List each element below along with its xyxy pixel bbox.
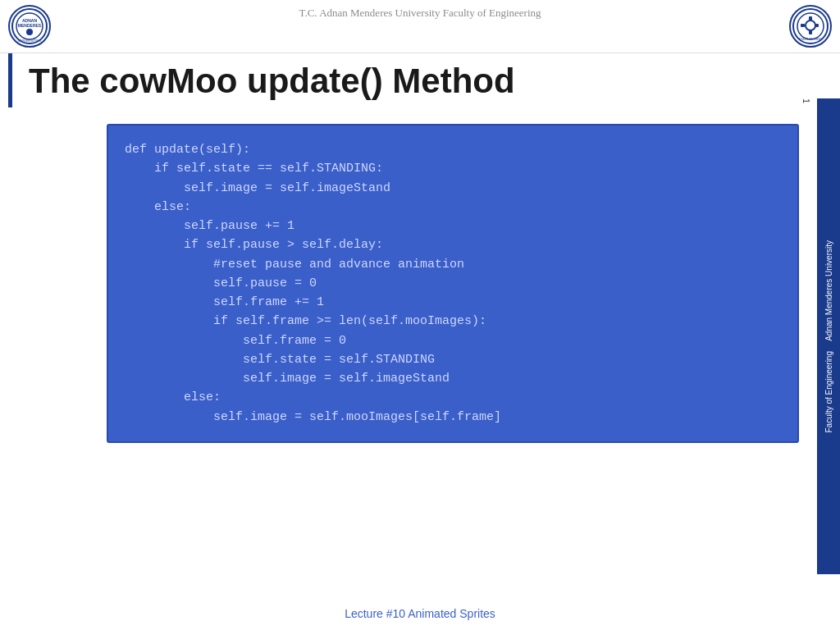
svg-rect-10 (809, 30, 812, 34)
code-line: if self.frame >= len(self.mooImages): (125, 312, 781, 331)
code-line: self.frame = 0 (125, 331, 781, 350)
code-line: self.pause += 1 (125, 217, 781, 235)
svg-text:ENGINEERING: ENGINEERING (799, 37, 822, 41)
code-block: def update(self): if self.state == self.… (125, 140, 781, 427)
svg-point-4 (26, 29, 33, 35)
svg-rect-11 (801, 24, 805, 27)
sidebar-text-1: Adnan Menderes University (824, 240, 833, 341)
code-line: self.pause = 0 (125, 274, 781, 293)
code-line: #reset pause and advance animation (125, 255, 781, 274)
sidebar-text-2: Faculty of Engineering (824, 351, 833, 433)
footer: Lecture #10 Animated Sprites (0, 607, 840, 620)
code-line: self.image = self.mooImages[self.frame] (125, 408, 781, 427)
code-container: def update(self): if self.state == self.… (107, 124, 799, 443)
left-logo: ADNAN MENDERES UNIVERSITIES (8, 5, 51, 48)
code-line: self.state = self.STANDING (125, 350, 781, 369)
code-line: self.frame += 1 (125, 293, 781, 312)
svg-text:MENDERES: MENDERES (18, 23, 42, 28)
code-line: if self.pause > self.delay: (125, 235, 781, 254)
slide-title: The cowMoo update() Method (8, 53, 832, 107)
page-number: 1 (801, 98, 811, 103)
right-sidebar: Adnan Menderes University Faculty of Eng… (817, 98, 840, 574)
svg-text:UNIVERSITIES: UNIVERSITIES (18, 39, 41, 43)
svg-rect-9 (809, 16, 812, 21)
code-line: self.image = self.imageStand (125, 179, 781, 198)
code-line: def update(self): (125, 140, 781, 159)
logos-left: ADNAN MENDERES UNIVERSITIES (8, 5, 51, 48)
header-bar: ADNAN MENDERES UNIVERSITIES T.C. Adnan M… (0, 0, 840, 53)
code-line: else: (125, 198, 781, 217)
code-line: if self.state == self.STANDING: (125, 159, 781, 178)
code-line: else: (125, 388, 781, 407)
code-line: self.image = self.imageStand (125, 369, 781, 388)
svg-rect-12 (815, 24, 819, 27)
header-title: T.C. Adnan Menderes University Faculty o… (299, 7, 541, 20)
right-logo: ENGINEERING (789, 5, 832, 48)
